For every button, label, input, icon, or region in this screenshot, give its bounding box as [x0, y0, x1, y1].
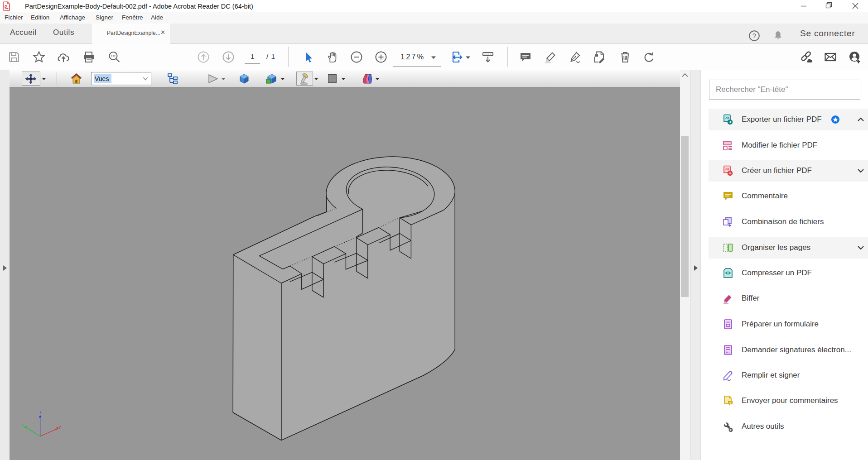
svg-text:z: z	[40, 410, 42, 414]
svg-text:?: ?	[752, 32, 756, 39]
svg-text:x: x	[22, 422, 24, 426]
svg-text:y: y	[59, 425, 61, 429]
